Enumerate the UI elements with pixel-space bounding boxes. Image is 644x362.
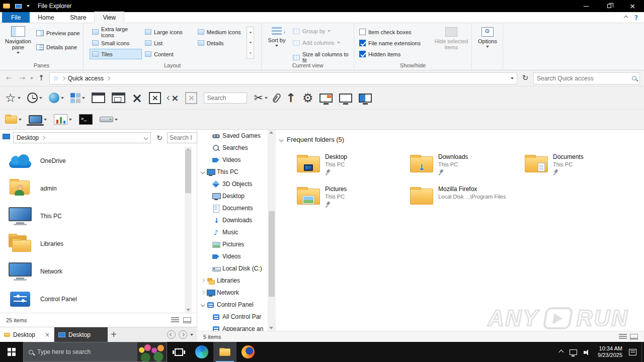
charts-button[interactable] [54,114,72,125]
folder-tile-pictures[interactable]: Pictures This PC [297,185,408,214]
layout-option-details[interactable]: Details [195,38,248,48]
layout-option-extra-large-icons[interactable]: Extra large icons [90,27,142,37]
collapse-ribbon-icon[interactable] [624,16,628,20]
tree-item-music[interactable]: Music [197,226,276,238]
tree-item-3d-objects[interactable]: 3D Objects [197,178,276,190]
file-explorer-taskbar-button[interactable] [213,342,236,362]
layout-option-content[interactable]: Content [142,49,195,59]
new-window-button[interactable] [92,93,105,103]
expanded-twisty-icon[interactable] [201,303,205,307]
quick-access-toolbar-icon[interactable] [15,4,22,9]
list-item-onedrive[interactable]: OneDrive [0,147,183,174]
thumbnail-view-icon[interactable] [183,317,191,323]
breadcrumb-separator-icon[interactable] [106,76,110,80]
help-icon[interactable] [634,15,638,21]
layout-option-tiles[interactable]: Tiles [90,49,142,59]
options-button[interactable]: Options [475,27,500,48]
panel-scrollbar[interactable] [185,147,192,313]
tree-item-desktop[interactable]: Desktop [197,190,276,202]
location-combobox[interactable]: Desktop [13,132,151,143]
details-view-icon[interactable] [171,317,179,323]
details-view-icon[interactable] [619,334,627,340]
scrollbar-thumb[interactable] [269,211,275,297]
edge-taskbar-button[interactable] [190,342,213,362]
folder-tile-desktop[interactable]: Desktop This PC [297,152,408,182]
monitor-split-icon[interactable] [359,94,372,103]
expanded-twisty-icon[interactable] [201,170,205,174]
chevron-down-icon[interactable] [144,136,148,140]
gallery-more-icon[interactable] [249,52,252,54]
thumbnail-view-icon[interactable] [630,334,638,340]
forward-button[interactable] [17,74,27,82]
tree-item-all-control-panel[interactable]: All Control Par [197,311,276,323]
layout-option-list[interactable]: List [142,38,195,48]
gallery-scrollbar[interactable] [247,27,254,59]
size-columns-button[interactable]: Size all columns to fit [293,51,354,63]
tab-scroll-right-button[interactable] [179,330,187,339]
computer-button[interactable] [29,115,47,124]
list-item-libraries[interactable]: Libraries [0,230,183,257]
tree-item-network[interactable]: Network [197,287,276,299]
refresh-button[interactable] [520,74,530,82]
web-button[interactable] [49,93,64,103]
gallery-scroll-up-icon[interactable] [249,32,252,33]
tree-item-videos[interactable]: Videos [197,154,276,166]
back-button[interactable] [4,74,14,82]
address-dropdown-icon[interactable] [511,77,514,79]
collapsed-twisty-icon[interactable] [201,279,205,283]
tree-item-pictures[interactable]: Pictures [197,238,276,250]
action-center-icon[interactable] [629,349,636,355]
tree-item-searches[interactable]: Searches [197,142,276,154]
qat-customize-icon[interactable] [27,5,30,7]
folder-tile-mozilla-firefox[interactable]: Mozilla Firefox Local Disk ...\Program F… [410,185,521,214]
close-button[interactable] [621,0,644,12]
tree-item-downloads[interactable]: Downloads [197,214,276,226]
tree-scrollbar[interactable] [268,130,276,331]
minimize-button[interactable] [575,0,598,12]
volume-tray-icon[interactable] [584,349,591,355]
recent-locations-icon[interactable] [30,77,33,79]
tab-home[interactable]: Home [30,12,62,23]
close-all-button[interactable] [149,92,161,104]
tree-item-saved-games[interactable]: Saved Games [197,130,276,142]
details-pane-button[interactable]: Details pane [36,44,77,50]
firefox-taskbar-button[interactable] [236,342,260,362]
tree-item-documents[interactable]: Documents [197,202,276,214]
up-button[interactable] [36,74,46,82]
tab-list-icon[interactable] [190,334,193,336]
tab-view[interactable]: View [94,12,124,23]
tab-share[interactable]: Share [62,12,94,23]
tab-file[interactable]: File [2,12,30,23]
address-box[interactable]: Quick access [49,72,517,84]
layout-option-small-icons[interactable]: Small icons [90,38,142,48]
favorites-button[interactable] [5,92,21,104]
toolbar-search-input[interactable] [204,93,247,104]
show-desktop-button[interactable] [641,342,644,362]
monitor-icon[interactable] [339,94,352,103]
group-by-button[interactable]: Group by [293,28,331,34]
collapsed-twisty-icon[interactable] [201,291,205,295]
drives-button[interactable] [100,117,118,122]
close-left-button[interactable] [168,94,179,103]
panel-refresh-button[interactable] [154,132,165,143]
tab-scroll-left-button[interactable] [167,330,176,339]
hidden-items-checkbox[interactable]: Hidden items [359,51,400,57]
close-tab-icon[interactable] [45,332,50,338]
scroll-up-icon[interactable] [269,131,273,134]
sort-by-button[interactable]: Sort by [266,27,288,47]
list-item-admin[interactable]: admin [0,174,183,202]
command-prompt-button[interactable] [79,114,93,125]
scrollbar-thumb[interactable] [185,150,191,193]
folder-tile-documents[interactable]: Documents This PC [525,152,635,182]
cut-button[interactable] [254,93,267,104]
tiles-view-button[interactable] [70,93,85,103]
navigation-pane-button[interactable]: Navigation pane [3,26,33,54]
search-input[interactable] [537,75,630,82]
folder-tile-downloads[interactable]: Downloads This PC [410,152,521,182]
scroll-down-icon[interactable] [269,327,273,329]
attach-icon[interactable] [272,92,282,103]
duplicate-window-button[interactable] [112,93,125,103]
taskbar-search[interactable]: Type here to search [23,342,167,362]
tree-item-control-panel[interactable]: Control Panel [197,299,276,311]
frequent-folders-header[interactable]: Frequent folders (5) [280,136,344,143]
